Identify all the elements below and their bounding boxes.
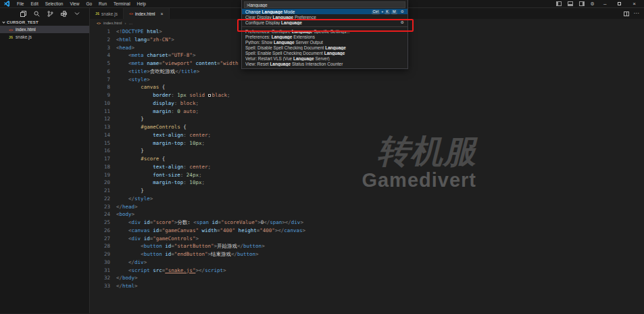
code-line[interactable]: 21 } — [90, 187, 644, 195]
code-line-content: <meta charset="UTF-8"> — [110, 51, 195, 60]
line-number: 21 — [90, 187, 110, 195]
command-item[interactable]: Vetur: Restart VLS (Vue Language Server) — [242, 55, 407, 61]
code-line[interactable]: 13 #gameControls { — [90, 123, 644, 131]
chevron-down-icon[interactable] — [74, 12, 80, 16]
menu-terminal[interactable]: Terminal — [110, 1, 134, 6]
code-line-content: </head> — [110, 203, 138, 211]
code-line[interactable]: 27 <div id="gameControls"> — [90, 235, 644, 243]
code-line[interactable]: 25 <div id="score">分数: <span id="scoreVa… — [90, 219, 644, 227]
line-number: 7 — [90, 76, 110, 84]
file-list: <>index.htmlJSsnake.js — [0, 26, 89, 41]
code-line[interactable]: 32</body> — [90, 274, 644, 282]
tab-snake.js[interactable]: JSsnake.js — [90, 8, 124, 19]
menu-go[interactable]: Go — [82, 1, 95, 6]
code-line[interactable]: 26 <canvas id="gameCanvas" width="400" h… — [90, 227, 644, 235]
explorer-icon[interactable] — [20, 11, 26, 17]
command-label: Spell: Enable Spell Checking Document La… — [245, 51, 404, 55]
tab-close-icon[interactable]: × — [161, 12, 164, 16]
code-line-content: } — [110, 187, 144, 195]
code-line[interactable]: 28 <button id="startButton">开始游戏</button… — [90, 242, 644, 250]
code-line-content: #score { — [110, 155, 165, 163]
folder-header[interactable]: CURSOR_TEST — [0, 19, 89, 26]
configure-keybinding-icon[interactable]: ⚙ — [401, 20, 404, 24]
code-line[interactable]: 17 #score { — [90, 155, 644, 163]
toggle-secondary-sidebar-icon[interactable] — [579, 1, 585, 6]
command-item[interactable]: Spell: Disable Spell Checking Document L… — [242, 45, 407, 50]
command-item[interactable]: Python: Show Language Server Output — [242, 39, 407, 45]
split-editor-icon[interactable] — [624, 12, 629, 16]
tab-label: index.html — [135, 12, 155, 16]
command-item[interactable]: Configure Display Language⚙ — [242, 20, 407, 25]
toggle-primary-sidebar-icon[interactable] — [556, 1, 562, 6]
line-number: 30 — [90, 259, 110, 267]
command-item[interactable]: Spell: Enable Spell Checking Document La… — [242, 50, 407, 55]
code-line[interactable]: 12 } — [90, 115, 644, 123]
code-line[interactable]: 14 text-align: center; — [90, 131, 644, 139]
command-label: View: Reset Language Status Interaction … — [245, 62, 404, 66]
file-item-snake.js[interactable]: JSsnake.js — [0, 33, 89, 41]
code-line[interactable]: 16 } — [90, 147, 644, 155]
code-line-content: font-size: 24px; — [110, 171, 201, 179]
code-line[interactable]: 30 </div> — [90, 259, 644, 267]
code-line-content: <html lang="zh-CN"> — [110, 36, 174, 44]
line-number: 25 — [90, 219, 110, 227]
command-label: Vetur: Restart VLS (Vue Language Server) — [245, 56, 404, 61]
code-line[interactable]: 9 border: 1px solid black; — [90, 91, 644, 99]
breadcrumb-more[interactable]: … — [128, 21, 132, 25]
code-line[interactable]: 31 <script src="snake.js"></script> — [90, 267, 644, 275]
toggle-panel-icon[interactable] — [568, 1, 573, 6]
code-line[interactable]: 8 canvas { — [90, 83, 644, 91]
command-list: Change Language ModeCtrl+KM⚙Clear Displa… — [242, 9, 407, 66]
code-line[interactable]: 10 display: block; — [90, 99, 644, 108]
command-item[interactable]: Preferences: Language Extensions — [242, 34, 407, 39]
code-line[interactable]: 11 margin: 0 auto; — [90, 108, 644, 116]
menu-selection[interactable]: Selection — [42, 1, 67, 6]
command-input[interactable] — [244, 1, 405, 8]
configure-keybinding-icon[interactable]: ⚙ — [401, 9, 404, 14]
file-item-index.html[interactable]: <>index.html — [0, 26, 89, 33]
vscode-window: FileEditSelectionViewGoRunTerminalHelp ⚙… — [0, 0, 644, 314]
more-actions-icon[interactable]: ⋯ — [634, 11, 640, 16]
minimize-button[interactable]: – — [601, 1, 609, 7]
command-label: Preferences: Configure Language Specific… — [245, 29, 404, 34]
line-number: 2 — [90, 36, 110, 44]
menu-run[interactable]: Run — [95, 1, 110, 6]
search-icon[interactable] — [34, 11, 40, 17]
code-line-content: <script src="snake.js"></script> — [110, 267, 226, 275]
code-editor[interactable]: 1<!DOCTYPE html>2<html lang="zh-CN">3<he… — [90, 26, 644, 313]
command-label: Configure Display Language — [245, 20, 397, 25]
breadcrumb-separator: › — [124, 21, 126, 25]
line-number: 20 — [90, 179, 110, 187]
code-line-content: </div> — [110, 259, 147, 267]
code-line[interactable]: 24<body> — [90, 210, 644, 219]
menu-help[interactable]: Help — [134, 1, 149, 6]
menu-file[interactable]: File — [14, 1, 27, 6]
code-line[interactable]: 20 margin-top: 10px; — [90, 179, 644, 187]
source-control-icon[interactable] — [47, 11, 53, 17]
index.html-file-icon: <> — [129, 12, 133, 16]
breadcrumb-file[interactable]: index.html — [103, 21, 122, 25]
command-label: Python: Show Language Server Output — [245, 40, 404, 45]
line-number: 31 — [90, 267, 110, 275]
command-item[interactable]: Change Language ModeCtrl+KM⚙ — [242, 9, 407, 14]
command-item[interactable]: Clear Display Language Preference — [242, 14, 407, 20]
menu-edit[interactable]: Edit — [27, 1, 41, 6]
close-window-button[interactable]: × — [630, 1, 639, 7]
menu-view[interactable]: View — [66, 1, 82, 6]
code-line[interactable]: 18 text-align: center; — [90, 163, 644, 171]
line-number: 27 — [90, 235, 110, 243]
code-line[interactable]: 19 font-size: 24px; — [90, 171, 644, 179]
maximize-button[interactable] — [618, 2, 621, 5]
code-line[interactable]: 29 <button id="endButton">结束游戏</button> — [90, 250, 644, 259]
code-line[interactable]: 33</html> — [90, 282, 644, 290]
command-item[interactable]: Preferences: Configure Language Specific… — [242, 28, 407, 34]
customize-layout-icon[interactable]: ⚙ — [591, 1, 595, 6]
command-item[interactable]: View: Reset Language Status Interaction … — [242, 61, 407, 66]
code-line[interactable]: 23</head> — [90, 203, 644, 211]
code-line[interactable]: 7 <style> — [90, 76, 644, 84]
code-line[interactable]: 22 </style> — [90, 195, 644, 203]
extensions-icon[interactable] — [61, 11, 67, 17]
line-number: 14 — [90, 131, 110, 139]
tab-index.html[interactable]: <>index.html× — [124, 8, 170, 19]
code-line[interactable]: 15 margin-top: 10px; — [90, 139, 644, 148]
